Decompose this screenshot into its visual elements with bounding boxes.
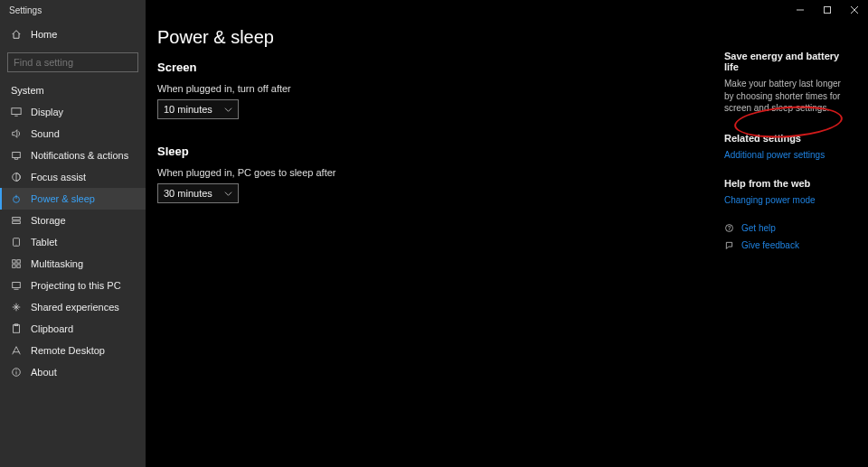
sidebar-item-label: Shared experiences <box>31 302 119 313</box>
main-area: Power & sleep Screen When plugged in, tu… <box>146 0 868 467</box>
sidebar-item-label: Notifications & actions <box>31 150 128 161</box>
settings-window: Settings Home System <box>0 0 868 467</box>
sidebar-item-about[interactable]: About <box>0 361 146 383</box>
maximize-button[interactable] <box>814 0 841 20</box>
sidebar-item-clipboard[interactable]: Clipboard <box>0 318 146 340</box>
sidebar-item-label: Clipboard <box>31 323 73 334</box>
get-help-link[interactable]: ? Get help <box>724 223 852 233</box>
tip-body: Make your battery last longer by choosin… <box>724 78 852 115</box>
sidebar-item-label: Multitasking <box>31 258 83 269</box>
focus-icon <box>11 172 22 182</box>
webhelp-heading: Help from the web <box>724 178 852 189</box>
sidebar-group-label: System <box>0 72 146 101</box>
sidebar-item-label: Sound <box>31 128 60 139</box>
section-screen-heading: Screen <box>157 61 706 74</box>
sidebar-item-notifications[interactable]: Notifications & actions <box>0 145 146 166</box>
sidebar-item-shared[interactable]: Shared experiences <box>0 296 146 318</box>
svg-text:?: ? <box>728 224 731 230</box>
sidebar-nav: Display Sound Notifications & actions Fo… <box>0 101 146 383</box>
close-icon <box>850 5 859 14</box>
sidebar-item-multitasking[interactable]: Multitasking <box>0 253 146 275</box>
clipboard-icon <box>11 323 22 334</box>
give-feedback-link[interactable]: Give feedback <box>724 240 852 250</box>
sidebar-item-remote[interactable]: Remote Desktop <box>0 340 146 361</box>
give-feedback-label: Give feedback <box>741 240 799 250</box>
minimize-icon <box>796 5 805 14</box>
title-bar: Settings <box>0 0 868 20</box>
notifications-icon <box>11 150 22 161</box>
shared-icon <box>11 302 22 313</box>
sleep-after-dropdown[interactable]: 30 minutes <box>157 183 239 203</box>
sidebar-item-sound[interactable]: Sound <box>0 123 146 145</box>
svg-rect-17 <box>13 265 15 267</box>
chevron-down-icon <box>224 106 232 114</box>
minimize-button[interactable] <box>787 0 814 20</box>
sidebar-item-label: Storage <box>31 215 66 226</box>
svg-rect-19 <box>13 283 21 288</box>
sidebar-item-label: About <box>31 367 57 378</box>
sidebar-item-projecting[interactable]: Projecting to this PC <box>0 275 146 296</box>
chevron-down-icon <box>224 190 232 198</box>
sidebar-item-storage[interactable]: Storage <box>0 210 146 231</box>
sidebar-item-power[interactable]: Power & sleep <box>0 188 146 210</box>
display-icon <box>11 107 22 117</box>
changing-power-mode-link[interactable]: Changing power mode <box>724 195 816 205</box>
svg-rect-8 <box>13 153 21 158</box>
sidebar-item-label: Projecting to this PC <box>31 280 121 291</box>
content-panel: Power & sleep Screen When plugged in, tu… <box>146 27 724 467</box>
screen-turnoff-label: When plugged in, turn off after <box>157 83 706 94</box>
remote-icon <box>11 345 22 356</box>
svg-point-14 <box>16 245 17 246</box>
sidebar-item-display[interactable]: Display <box>0 101 146 123</box>
sleep-after-label: When plugged in, PC goes to sleep after <box>157 167 706 178</box>
multitask-icon <box>11 258 22 269</box>
maximize-icon <box>823 5 832 14</box>
section-sleep-heading: Sleep <box>157 145 706 158</box>
sidebar-item-label: Remote Desktop <box>31 345 105 356</box>
svg-point-24 <box>15 369 16 370</box>
project-icon <box>11 280 22 291</box>
screen-turnoff-value: 10 minutes <box>164 104 212 115</box>
storage-icon <box>11 215 22 226</box>
svg-rect-16 <box>17 260 20 263</box>
sidebar-item-label: Focus assist <box>31 172 86 182</box>
power-icon <box>11 193 22 204</box>
home-icon <box>11 29 22 40</box>
svg-rect-18 <box>17 265 20 267</box>
page-title: Power & sleep <box>157 27 706 48</box>
about-icon <box>11 367 22 378</box>
sleep-after-value: 30 minutes <box>164 188 212 199</box>
help-icon: ? <box>724 223 734 233</box>
svg-rect-1 <box>825 7 831 14</box>
sidebar-item-tablet[interactable]: Tablet <box>0 231 146 253</box>
svg-rect-11 <box>13 218 21 220</box>
home-label: Home <box>31 29 57 40</box>
tablet-icon <box>11 237 22 248</box>
sidebar-item-label: Tablet <box>31 237 57 248</box>
svg-rect-6 <box>12 108 21 115</box>
get-help-label: Get help <box>741 223 776 233</box>
search-input-wrap[interactable] <box>7 52 138 72</box>
close-button[interactable] <box>841 0 868 20</box>
sound-icon <box>11 128 22 139</box>
sidebar: Home System Display Sound Notifications … <box>0 0 146 467</box>
svg-rect-12 <box>13 221 21 224</box>
sidebar-item-focus[interactable]: Focus assist <box>0 166 146 188</box>
aside-panel: Save energy and battery life Make your b… <box>724 27 864 467</box>
sidebar-item-label: Display <box>31 107 63 117</box>
svg-rect-15 <box>13 260 15 263</box>
window-controls <box>787 0 868 20</box>
window-title: Settings <box>0 5 42 15</box>
tip-heading: Save energy and battery life <box>724 51 852 72</box>
sidebar-item-label: Power & sleep <box>31 193 95 204</box>
screen-turnoff-dropdown[interactable]: 10 minutes <box>157 99 239 119</box>
search-input[interactable] <box>14 57 138 68</box>
additional-power-settings-link[interactable]: Additional power settings <box>724 150 825 160</box>
feedback-icon <box>724 240 734 250</box>
related-heading: Related settings <box>724 133 852 144</box>
home-button[interactable]: Home <box>0 23 146 45</box>
